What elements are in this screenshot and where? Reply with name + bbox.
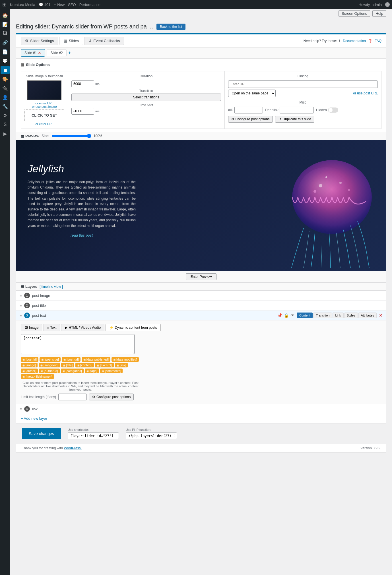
layer-2-handle[interactable]: ≡ — [20, 303, 22, 308]
limit-input[interactable] — [58, 394, 87, 400]
tag-excerpt[interactable]: ◉[excerpt] — [95, 363, 114, 367]
slide-options-section: ▦ Slide Options Slide image & thumbnail … — [16, 59, 386, 132]
sidebar-tools[interactable]: 🔧 — [1, 102, 10, 110]
timeline-view-link[interactable]: [ timeline view ] — [40, 285, 63, 289]
tag-title[interactable]: ◉[title] — [61, 363, 74, 367]
duration-input[interactable] — [71, 80, 94, 87]
slide1-close-icon[interactable]: ✕ — [38, 51, 41, 55]
tag-data-published[interactable]: ◉[data-published] — [82, 357, 110, 362]
url-input[interactable] — [228, 80, 378, 88]
click-to-set-area[interactable]: CLICK TO SET — [24, 109, 64, 121]
site-name[interactable]: Kreatura Media — [10, 3, 35, 7]
sidebar-seo[interactable]: S — [1, 121, 10, 129]
size-slider[interactable] — [51, 134, 91, 138]
php-input[interactable] — [126, 433, 177, 439]
time-shift-input[interactable] — [71, 108, 94, 115]
documentation-link[interactable]: Documentation — [343, 39, 366, 43]
slide-tab-2[interactable]: Slide #2 — [47, 49, 66, 56]
hidden-toggle[interactable] — [328, 107, 338, 113]
sidebar-appearance[interactable]: 🎨 — [1, 75, 10, 83]
use-post-url-link[interactable]: or use post URL — [353, 91, 378, 95]
deeplink-input[interactable] — [280, 107, 314, 113]
tag-meta-fieldname[interactable]: ◉[meta:<fieldname>] — [21, 374, 54, 379]
content-tab-html[interactable]: ▶ HTML / Video / Audio — [61, 324, 104, 331]
tag-content[interactable]: ◉[content] — [75, 363, 94, 367]
content-tab-text[interactable]: ≡ Text — [43, 324, 60, 331]
id-input[interactable] — [234, 107, 263, 113]
tag-date-modified[interactable]: ◉[date-modified] — [112, 357, 139, 362]
tag-post-id[interactable]: ◉[post-id] — [21, 357, 38, 362]
tag-comments[interactable]: ◉[comments] — [100, 369, 123, 373]
tag-image-url[interactable]: ◉[image-url] — [39, 363, 60, 367]
tab-slider-settings[interactable]: ⚙ Slider Settings — [21, 37, 58, 45]
add-slide-button[interactable]: + — [68, 50, 71, 56]
sidebar-extra[interactable]: ▶ — [1, 130, 10, 138]
wp-logo-icon: ⊞ — [2, 1, 7, 8]
new-item[interactable]: + New — [54, 3, 65, 7]
tag-author[interactable]: ◉[author] — [21, 369, 38, 373]
content-textarea[interactable]: [content] — [21, 334, 135, 354]
content-tab-dynamic[interactable]: ⚡ Dynamic content from posts — [106, 324, 161, 331]
sidebar-settings[interactable]: ⚙ — [1, 111, 10, 119]
layer-tab-styles[interactable]: Styles — [344, 313, 358, 318]
wordpress-link[interactable]: WordPress. — [64, 446, 81, 450]
sidebar-pages[interactable]: 📄 — [1, 48, 10, 56]
limit-label: Limit text length (if any) — [21, 395, 56, 399]
layer-3-lock-icon[interactable]: 🔒 — [284, 313, 289, 318]
sidebar-posts[interactable]: 📝 — [1, 20, 10, 28]
sidebar-users[interactable]: 👤 — [1, 93, 10, 101]
layer-4-handle[interactable]: ≡ — [20, 407, 22, 411]
screen-options-button[interactable]: Screen Options — [339, 10, 370, 17]
size-percent: 100% — [94, 134, 102, 138]
back-to-list-button[interactable]: Back to the list — [156, 24, 185, 30]
seo-item[interactable]: SEO — [68, 3, 76, 7]
duration-unit: ms — [95, 82, 100, 86]
sidebar-slider[interactable]: ◼ — [1, 66, 10, 74]
save-changes-button[interactable]: Save changes — [22, 428, 61, 439]
help-button[interactable]: Help — [372, 10, 386, 17]
shortcode-input[interactable] — [68, 433, 119, 439]
sidebar-plugins[interactable]: 🔌 — [1, 84, 10, 92]
layer-3-handle[interactable]: ≡ — [20, 313, 22, 318]
sidebar-media[interactable]: 🖼 — [1, 30, 10, 38]
footer-bar: Save changes Use shortcode: Use PHP func… — [16, 423, 386, 444]
configure-posts-button[interactable]: ⚙ Configure post options — [89, 394, 134, 400]
enter-url-link-2[interactable]: or enter URL — [24, 122, 64, 126]
layer-3-delete-icon[interactable]: ✕ — [379, 313, 383, 318]
performance-item[interactable]: Performance — [79, 3, 100, 7]
tab-event-callbacks[interactable]: ↺ Event Callbacks — [84, 37, 124, 45]
faq-link[interactable]: FAQ — [375, 39, 381, 43]
layer-tab-transition[interactable]: Transition — [313, 313, 332, 318]
enter-url-link-1[interactable]: or enter URL — [24, 102, 64, 105]
add-new-layer-button[interactable]: + Add new layer — [21, 416, 47, 421]
tag-categories[interactable]: ◉[categories] — [61, 369, 84, 373]
jellyfish-image — [269, 146, 377, 268]
layer-tab-content[interactable]: Content — [297, 313, 313, 318]
sidebar-dashboard[interactable]: 🏠 — [1, 11, 10, 19]
slide-tab-1[interactable]: Slide #1 ✕ — [21, 49, 45, 57]
select-transitions-button[interactable]: Select transitions — [71, 94, 221, 101]
comments-item[interactable]: 💬 401 — [39, 3, 51, 7]
layer-3-eye-icon[interactable]: 👁 — [290, 313, 294, 318]
sidebar-links[interactable]: 🔗 — [1, 39, 10, 47]
tag-post-url[interactable]: ◉[post-url] — [62, 357, 81, 362]
enter-preview-button[interactable]: Enter Preview — [186, 273, 217, 280]
configure-post-options-button[interactable]: ⚙ Configure post options — [228, 116, 273, 123]
read-more-link[interactable]: read this post — [28, 233, 136, 237]
content-tab-image[interactable]: 🖼 Image — [21, 324, 42, 331]
sidebar-comments[interactable]: 💬 — [1, 57, 10, 65]
tag-link[interactable]: ◉[link] — [115, 363, 128, 367]
duplicate-slide-button[interactable]: 🗋 Duplicate this slide — [275, 116, 314, 123]
use-post-image-link[interactable]: or use post image — [24, 105, 64, 108]
tag-tags[interactable]: ◉[tags] — [85, 369, 99, 373]
id-label: #ID — [228, 108, 234, 112]
layer-tab-link[interactable]: Link — [333, 313, 343, 318]
tab-slides[interactable]: ▦ Slides — [59, 37, 83, 45]
tag-image[interactable]: ◉[image] — [21, 363, 38, 367]
layer-3-pin-icon[interactable]: 📌 — [277, 313, 282, 318]
tag-author-id[interactable]: ◉[author-id] — [39, 369, 60, 373]
tag-post-slug[interactable]: ◉[post-slug] — [40, 357, 61, 362]
open-select[interactable]: Open on the same page — [228, 90, 276, 97]
layer-1-handle[interactable]: ≡ — [20, 293, 22, 298]
layer-tab-attributes[interactable]: Attributes — [358, 313, 377, 318]
